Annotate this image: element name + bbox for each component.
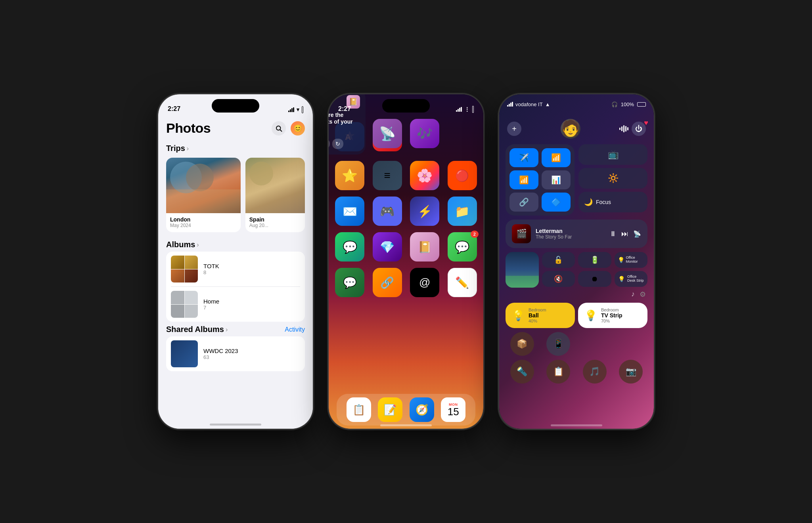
cc-connectivity-tile: ✈️ 📶 📶 📊 🔗 🔷 (506, 144, 575, 216)
cc-camera-btn[interactable]: 📷 (619, 360, 643, 384)
app-cell-files[interactable]: 📁 (447, 197, 478, 226)
cc-cellular-btn[interactable]: 📊 (542, 170, 571, 189)
cc-box-btn[interactable]: 📦 (510, 332, 534, 356)
trips-title: Trips (166, 144, 185, 153)
app-cell-reddit[interactable]: 🔴 (447, 161, 478, 190)
cc-office-desk-btn[interactable]: 💡 OfficeDesk Strip (615, 271, 648, 287)
cc-record-btn[interactable]: ⏺ (578, 271, 611, 287)
trip-card-london[interactable]: London May 2024 (166, 158, 241, 232)
status-time-1: 2:27 (168, 105, 180, 113)
london-date: May 2024 (170, 223, 237, 228)
cc-middle-buttons: 🔓 🔇 (542, 252, 575, 288)
spain-photo (245, 158, 305, 213)
bedroom-ball-info: Bedroom Ball 40% (529, 307, 569, 323)
widget-refresh-btn[interactable]: ↻ (332, 139, 343, 149)
app-cell-journal[interactable]: 📔 (409, 232, 440, 262)
albums-chevron[interactable]: › (197, 241, 199, 248)
trips-chevron[interactable]: › (187, 145, 189, 152)
app-cell-photos[interactable]: 🌸 (409, 161, 440, 190)
phone-2-screen: 2:27 ⋮ (329, 94, 483, 429)
album-item-wwdc[interactable]: WWDC 2023 63 (171, 336, 300, 371)
app-cell-whatsapp[interactable]: 💬 (334, 232, 366, 262)
activity-link[interactable]: Activity (285, 326, 305, 333)
app-cell-podcasts[interactable]: 📡 (372, 119, 403, 148)
cc-plus-button[interactable]: + (507, 122, 521, 136)
trip-card-spain[interactable]: Spain Aug 20... (245, 158, 305, 232)
photos-header: Photos 😊 (158, 116, 313, 141)
totk-album-name: TOTK (203, 263, 300, 269)
photos-search-button[interactable] (272, 121, 286, 136)
dock-safari[interactable]: 🧭 (410, 397, 434, 422)
app-cell-messages[interactable]: 💬 2 (447, 232, 478, 262)
cc-mute-btn[interactable]: 🔇 (542, 271, 575, 287)
cc-wifi-btn[interactable]: 📶 (509, 170, 538, 189)
app-cell-crystal[interactable]: 💎 (372, 232, 403, 262)
shared-albums-title: Shared Albums (166, 325, 224, 334)
cc-airdrop-btn[interactable]: 📶 (542, 148, 571, 167)
cc-bedroom-tv-btn[interactable]: 💡 Bedroom TV Strip 70% (578, 303, 647, 328)
cc-main-row: ✈️ 📶 📶 📊 🔗 🔷 📺 🔆 🌙 Focus (506, 144, 647, 216)
dock-calendar[interactable]: MON 15 (441, 397, 465, 422)
journal-widget-container: Monday 📔 What were the highlights of you… (334, 119, 366, 155)
reddit-icon: 🔴 (448, 161, 477, 190)
home-indicator-3 (551, 424, 602, 426)
app-cell-shortcuts[interactable]: ⚡ (409, 197, 440, 226)
widget-new-btn[interactable]: ✏️ New (329, 139, 330, 149)
app-row-4: ✉️ 🎮 ⚡ 📁 (329, 193, 483, 229)
dock: 📋 📝 🧭 MON 15 (337, 394, 475, 426)
album-item-totk[interactable]: TOTK 8 (171, 252, 300, 287)
cc-home-controls-row: 🔓 🔇 🔋 ⏺ 💡 OfficeMonitor 💡 OfficeDesk (506, 252, 647, 288)
app-cell-speeko[interactable]: ≡ (372, 161, 403, 190)
status-right-3: 🎧 100% (611, 101, 646, 107)
cc-shazam-btn[interactable]: 🎵 (583, 360, 607, 384)
cc-empty-btn-1 (578, 332, 602, 356)
cc-bottom-row-2: 🔦 📋 🎵 📷 (506, 360, 647, 384)
app-cell-freeform[interactable]: ✏️ (447, 268, 478, 297)
photos-avatar[interactable]: 😊 (291, 121, 305, 136)
reminders-icon: 📋 (347, 397, 371, 422)
albums-section-header: Albums › (158, 237, 313, 252)
cc-bedroom-ball-btn[interactable]: 💡 Bedroom Ball 40% (506, 303, 575, 328)
play-pause-btn[interactable]: ⏸ (609, 230, 617, 238)
airplay-btn[interactable]: 📡 (633, 230, 641, 238)
cc-display-btn[interactable]: 🔆 (578, 168, 647, 189)
cc-now-playing: 🎬 Letterman The Story So Far ⏸ ⏭ 📡 ♥ (506, 220, 647, 248)
app-cell-goodlinks[interactable]: ⭐ (334, 161, 366, 190)
music-note-icon: ♪ (631, 290, 635, 299)
cc-focus-btn[interactable]: 🌙 Focus (578, 192, 647, 212)
cc-flashlight-btn[interactable]: 🔦 (510, 360, 534, 384)
dynamic-island-1 (212, 99, 259, 113)
cc-markup-btn[interactable]: 📋 (546, 360, 570, 384)
app-cell-speakscreen[interactable]: 💬 (334, 268, 366, 297)
app-cell-capo[interactable]: 🎶 (409, 119, 440, 148)
dock-reminders[interactable]: 📋 (347, 397, 371, 422)
album-item-home[interactable]: Home 7 (171, 287, 300, 322)
cc-slider-tile[interactable] (506, 252, 539, 288)
trips-grid: London May 2024 Spain Aug 20... (158, 155, 313, 237)
app-cell-mail[interactable]: ✉️ (334, 197, 366, 226)
status-time-2: 2:27 (338, 105, 351, 113)
cc-top-controls: + 🧑 ⏻ (506, 119, 647, 139)
status-left-3: vodafone IT ▲ (507, 101, 550, 107)
cc-bluetooth-btn[interactable]: 🔷 (542, 193, 571, 212)
cc-airplane-btn[interactable]: ✈️ (509, 148, 538, 167)
notes-icon: 📝 (378, 397, 402, 422)
app-cell-threads[interactable]: @ (409, 268, 440, 297)
skip-btn[interactable]: ⏭ (621, 230, 628, 238)
heart-icon[interactable]: ♥ (644, 119, 648, 127)
dynamic-island-2 (382, 99, 430, 113)
cc-avatar: 🧑 (561, 119, 580, 139)
app-cell-discord[interactable]: 🎮 (372, 197, 403, 226)
dock-notes[interactable]: 📝 (378, 397, 402, 422)
cc-phone-btn[interactable]: 📱 (546, 332, 570, 356)
cc-link-btn[interactable]: 🔗 (509, 193, 538, 212)
settings-gear-icon: ⚙ (640, 290, 646, 299)
home-indicator-1 (210, 424, 261, 426)
shared-albums-chevron[interactable]: › (226, 326, 228, 333)
shortcuts-icon: ⚡ (410, 197, 439, 226)
cc-remote-btn[interactable]: 📺 (578, 144, 647, 165)
cc-lock-btn[interactable]: 🔓 (542, 252, 575, 268)
cc-battery-btn[interactable]: 🔋 (578, 252, 611, 268)
app-cell-paired[interactable]: 🔗 (372, 268, 403, 297)
cc-office-monitor-btn[interactable]: 💡 OfficeMonitor (615, 252, 648, 268)
